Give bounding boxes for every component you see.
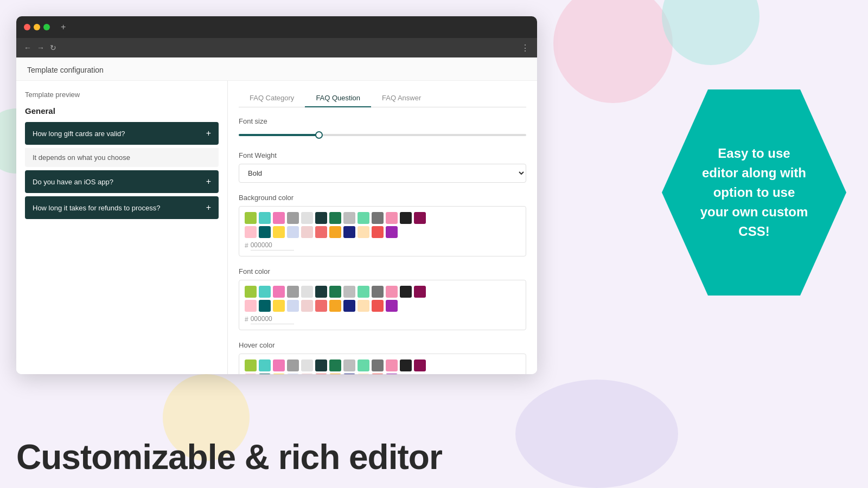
color-swatch[interactable] [245,226,257,238]
color-swatch[interactable] [259,300,271,312]
color-swatch[interactable] [414,212,426,224]
color-swatch[interactable] [343,286,355,298]
color-swatch[interactable] [343,300,355,312]
faq-item-2[interactable]: Do you have an iOS app? + [25,170,219,193]
color-swatch[interactable] [329,286,341,298]
font-size-label: Font size [239,117,526,125]
color-swatch[interactable] [273,374,285,374]
color-swatch[interactable] [273,226,285,238]
color-swatch[interactable] [273,300,285,312]
color-swatch[interactable] [372,359,384,371]
color-swatch[interactable] [287,359,299,371]
back-icon[interactable]: ← [24,43,31,52]
color-swatch[interactable] [386,212,398,224]
color-swatch[interactable] [315,226,327,238]
color-swatch[interactable] [358,374,369,374]
color-swatch[interactable] [329,359,341,371]
maximize-button[interactable] [43,24,50,30]
color-swatch[interactable] [343,226,355,238]
close-button[interactable] [24,24,30,30]
color-swatch[interactable] [245,374,257,374]
color-swatch[interactable] [386,374,398,374]
color-swatch[interactable] [343,359,355,371]
color-swatch[interactable] [358,212,369,224]
color-swatch[interactable] [245,359,257,371]
color-swatch[interactable] [259,212,271,224]
font-hex-input[interactable] [251,314,294,324]
font-color-label: Font color [239,267,526,275]
color-swatch[interactable] [259,374,271,374]
color-swatch[interactable] [315,286,327,298]
color-swatch[interactable] [287,226,299,238]
color-swatch[interactable] [329,212,341,224]
color-swatch[interactable] [301,226,313,238]
color-swatch[interactable] [301,300,313,312]
color-swatch[interactable] [400,286,412,298]
minimize-button[interactable] [34,24,40,30]
color-swatch[interactable] [358,359,369,371]
color-swatch[interactable] [358,226,369,238]
color-swatch[interactable] [259,359,271,371]
bg-hex-input[interactable] [251,240,294,251]
color-swatch[interactable] [372,226,384,238]
font-weight-label: Font Weight [239,151,526,159]
color-swatch[interactable] [372,286,384,298]
color-swatch[interactable] [301,212,313,224]
color-swatch[interactable] [343,374,355,374]
color-swatch[interactable] [400,359,412,371]
faq-toggle-3[interactable]: + [206,203,211,213]
color-swatch[interactable] [372,212,384,224]
slider-thumb[interactable] [315,131,323,139]
color-swatch[interactable] [372,300,384,312]
color-swatch[interactable] [287,374,299,374]
color-swatch[interactable] [301,374,313,374]
tab-faq-category[interactable]: FAQ Category [239,89,305,107]
faq-toggle-2[interactable]: + [206,177,211,187]
forward-icon[interactable]: → [37,43,44,52]
color-swatch[interactable] [386,286,398,298]
color-swatch[interactable] [245,300,257,312]
font-size-section: Font size [239,117,526,140]
faq-item-3[interactable]: How long it takes for refunds to process… [25,196,219,219]
color-swatch[interactable] [273,212,285,224]
color-swatch[interactable] [386,300,398,312]
color-swatch[interactable] [245,212,257,224]
color-swatch[interactable] [287,300,299,312]
color-swatch[interactable] [372,374,384,374]
color-swatch[interactable] [358,300,369,312]
faq-item-1[interactable]: How long gift cards are valid? + [25,122,219,145]
tab-faq-answer[interactable]: FAQ Answer [371,89,432,107]
color-swatch[interactable] [414,286,426,298]
faq-toggle-1[interactable]: + [206,129,211,138]
color-swatch[interactable] [343,212,355,224]
color-swatch[interactable] [315,359,327,371]
browser-menu-icon[interactable]: ⋮ [521,43,529,53]
color-swatch[interactable] [329,374,341,374]
color-swatch[interactable] [287,286,299,298]
font-weight-select[interactable]: Normal Bold Bolder Lighter [239,164,526,183]
color-swatch[interactable] [273,286,285,298]
color-swatch[interactable] [315,212,327,224]
color-swatch[interactable] [301,286,313,298]
new-tab-button[interactable]: + [61,22,66,32]
color-swatch[interactable] [259,226,271,238]
color-swatch[interactable] [287,212,299,224]
speech-bubble-container: Easy to use editor along with option to … [662,89,846,296]
color-swatch[interactable] [414,359,426,371]
page-content: Template configuration Template preview … [16,57,537,374]
color-swatch[interactable] [315,300,327,312]
color-swatch[interactable] [329,300,341,312]
color-swatch[interactable] [358,286,369,298]
left-panel: Template preview General How long gift c… [16,81,228,374]
color-swatch[interactable] [245,286,257,298]
color-swatch[interactable] [301,359,313,371]
color-swatch[interactable] [386,359,398,371]
color-swatch[interactable] [386,226,398,238]
color-swatch[interactable] [259,286,271,298]
color-swatch[interactable] [329,226,341,238]
color-swatch[interactable] [315,374,327,374]
refresh-icon[interactable]: ↻ [50,43,56,52]
tab-faq-question[interactable]: FAQ Question [305,89,371,107]
color-swatch[interactable] [400,212,412,224]
color-swatch[interactable] [273,359,285,371]
